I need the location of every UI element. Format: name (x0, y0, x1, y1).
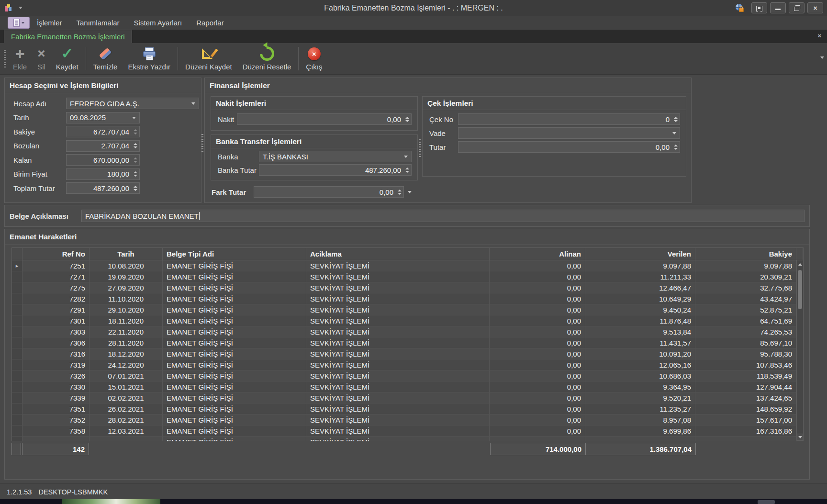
cell-belge-tipi[interactable]: EMANET GİRİŞ FİŞİ (163, 326, 306, 337)
cell-alinan[interactable]: 0,00 (490, 414, 585, 425)
table-row[interactable]: 731618.12.2020EMANET GİRİŞ FİŞİSEVKİYAT … (12, 348, 796, 359)
vade-combo[interactable] (458, 127, 680, 139)
cell-aciklama[interactable]: SEVKİYAT İŞLEMİ (306, 426, 490, 436)
cell-ref-no[interactable]: 7326 (22, 370, 89, 381)
header-ref-no[interactable]: Ref No (22, 248, 89, 260)
cell-bakiye[interactable]: 107.853,46 (695, 359, 796, 370)
cell-tarih[interactable]: 12.03.2021 (89, 426, 163, 436)
cell-alinan[interactable]: 0,00 (490, 370, 585, 381)
cell-verilen[interactable]: 9.513,84 (585, 326, 695, 337)
cell-bakiye[interactable]: 74.265,53 (695, 326, 796, 337)
cikis-button[interactable]: × Çıkış (301, 43, 327, 74)
cell-verilen[interactable]: 9.699,86 (585, 426, 695, 436)
cell-bakiye[interactable]: 118.539,49 (695, 370, 796, 381)
network-lock-icon[interactable] (736, 4, 744, 12)
cell-alinan[interactable]: 0,00 (490, 315, 585, 326)
cell-aciklama[interactable]: SEVKİYAT İŞLEMİ (306, 381, 490, 392)
cell-tarih[interactable]: 26.02.2021 (89, 403, 163, 414)
cell-verilen[interactable]: 9.450,24 (585, 304, 695, 315)
duzeni-resetle-button[interactable]: Düzeni Resetle (237, 43, 297, 74)
cell-aciklama[interactable]: SEVKİYAT İŞLEMİ (306, 271, 490, 282)
cell-alinan[interactable]: 0,00 (490, 271, 585, 282)
restore-button[interactable] (789, 2, 805, 13)
cell-bakiye[interactable]: 52.875,21 (695, 304, 796, 315)
bakiye-spinner[interactable]: 672.707,04 (66, 126, 140, 137)
table-row[interactable]: 729129.10.2020EMANET GİRİŞ FİŞİSEVKİYAT … (12, 304, 796, 315)
cell-verilen[interactable] (585, 437, 695, 441)
cell-ref-no[interactable] (22, 437, 89, 441)
cell-tarih[interactable]: 07.01.2021 (89, 370, 163, 381)
table-row[interactable]: 732607.01.2021EMANET GİRİŞ FİŞİSEVKİYAT … (12, 370, 796, 381)
banka-tutar-spinner[interactable]: 487.260,00 (259, 164, 412, 176)
header-alinan[interactable]: Alinan (490, 248, 585, 260)
cell-ref-no[interactable]: 7351 (22, 403, 89, 414)
cell-aciklama[interactable]: SEVKİYAT İŞLEMİ (306, 293, 490, 304)
cell-verilen[interactable]: 11.431,57 (585, 337, 695, 348)
cell-bakiye[interactable] (695, 437, 796, 441)
header-aciklama[interactable]: Aciklama (306, 248, 490, 260)
table-row[interactable]: ▸725110.08.2020EMANET GİRİŞ FİŞİSEVKİYAT… (12, 260, 796, 271)
cell-tarih[interactable]: 11.10.2020 (89, 293, 163, 304)
cell-verilen[interactable]: 9.097,88 (585, 260, 695, 271)
header-belge-tipi[interactable]: Belge Tipi Adi (163, 248, 306, 260)
menu-item-islemler[interactable]: İşlemler (30, 16, 69, 30)
cell-belge-tipi[interactable]: EMANET GİRİŞ FİŞİ (163, 304, 306, 315)
fark-tutar-spinner[interactable]: 0,00 (254, 186, 404, 198)
spinner-arrows-icon[interactable] (398, 187, 402, 197)
cell-belge-tipi[interactable]: EMANET GİRİŞ FİŞİ (163, 282, 306, 293)
spinner-arrows-icon[interactable] (134, 169, 137, 179)
cell-tarih[interactable]: 22.11.2020 (89, 326, 163, 337)
banka-combo[interactable]: T.İŞ BANKASI (259, 151, 412, 162)
cell-bakiye[interactable]: 137.424,65 (695, 392, 796, 403)
cell-bakiye[interactable]: 43.424,97 (695, 293, 796, 304)
birim-fiyat-spinner[interactable]: 180,00 (66, 168, 140, 180)
cell-ref-no[interactable]: 7316 (22, 348, 89, 359)
cell-ref-no[interactable]: 7271 (22, 271, 89, 282)
cell-verilen[interactable]: 12.065,16 (585, 359, 695, 370)
chevron-down-icon[interactable] (672, 132, 676, 134)
chevron-down-icon[interactable] (132, 117, 136, 119)
cell-ref-no[interactable]: 7306 (22, 337, 89, 348)
cell-tarih[interactable] (89, 437, 163, 441)
toolbar-drag-handle[interactable] (4, 50, 6, 68)
cell-verilen[interactable]: 11.235,27 (585, 403, 695, 414)
cell-ref-no[interactable]: 7291 (22, 304, 89, 315)
chevron-down-icon[interactable] (191, 102, 195, 105)
cell-tarih[interactable]: 15.01.2021 (89, 381, 163, 392)
spinner-arrows-icon[interactable] (134, 141, 137, 151)
cell-belge-tipi[interactable]: EMANET GİRİŞ FİŞİ (163, 370, 306, 381)
cell-tarih[interactable]: 18.12.2020 (89, 348, 163, 359)
tabstrip-close-icon[interactable]: × (817, 33, 821, 39)
cell-tarih[interactable]: 29.10.2020 (89, 304, 163, 315)
cell-ref-no[interactable]: 7275 (22, 282, 89, 293)
cell-verilen[interactable]: 10.091,20 (585, 348, 695, 359)
cell-tarih[interactable]: 19.09.2020 (89, 271, 163, 282)
table-row[interactable]: 735228.02.2021EMANET GİRİŞ FİŞİSEVKİYAT … (12, 414, 796, 426)
table-row[interactable]: 733015.01.2021EMANET GİRİŞ FİŞİSEVKİYAT … (12, 381, 796, 392)
cell-alinan[interactable]: 0,00 (490, 359, 585, 370)
spinner-arrows-icon[interactable] (674, 142, 678, 152)
cell-alinan[interactable]: 0,00 (490, 337, 585, 348)
minimize-button[interactable] (770, 2, 786, 13)
cell-bakiye[interactable]: 127.904,44 (695, 381, 796, 392)
temizle-button[interactable]: Temizle (88, 43, 123, 74)
cell-ref-no[interactable]: 7303 (22, 326, 89, 337)
cell-belge-tipi[interactable]: EMANET GİRİŞ FİŞİ (163, 414, 306, 425)
cell-aciklama[interactable]: SEVKİYAT İŞLEMİ (306, 304, 490, 315)
cell-alinan[interactable] (490, 437, 585, 441)
cell-belge-tipi[interactable]: EMANET GİRİŞ FİŞİ (163, 337, 306, 348)
cell-tarih[interactable]: 02.02.2021 (89, 392, 163, 403)
table-row[interactable]: 728211.10.2020EMANET GİRİŞ FİŞİSEVKİYAT … (12, 293, 796, 304)
cell-aciklama[interactable]: SEVKİYAT İŞLEMİ (306, 315, 490, 326)
cell-tarih[interactable]: 28.11.2020 (89, 337, 163, 348)
panel-splitter-handle[interactable] (201, 134, 203, 153)
cell-aciklama[interactable]: SEVKİYAT İŞLEMİ (306, 370, 490, 381)
cell-belge-tipi[interactable]: EMANET GİRİŞ FİŞİ (163, 437, 306, 441)
fit-screen-button[interactable] (751, 2, 767, 13)
spinner-arrows-icon[interactable] (134, 126, 137, 137)
toplam-tutar-spinner[interactable]: 487.260,00 (66, 182, 140, 194)
duzeni-kaydet-button[interactable]: Düzeni Kaydet (180, 43, 237, 74)
cell-verilen[interactable]: 8.957,08 (585, 414, 695, 425)
table-row[interactable]: 735126.02.2021EMANET GİRİŞ FİŞİSEVKİYAT … (12, 403, 796, 414)
cell-tarih[interactable]: 18.11.2020 (89, 315, 163, 326)
